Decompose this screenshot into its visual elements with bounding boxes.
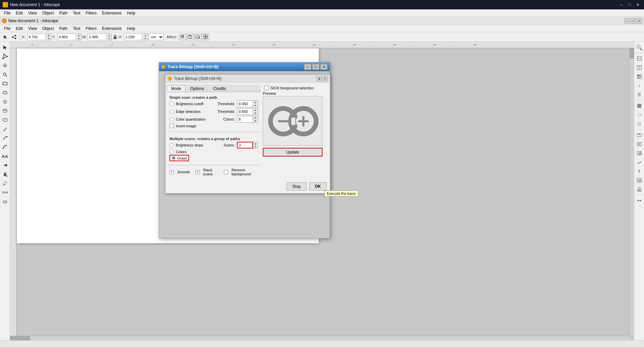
horizontal-scrollbar[interactable] <box>10 336 629 340</box>
scans-down[interactable]: ▼ <box>253 145 258 148</box>
unit-select[interactable]: cmmmpxin <box>149 34 164 40</box>
tool-spiral[interactable] <box>1 116 9 124</box>
checkbox-stack-scans[interactable] <box>195 170 200 174</box>
y-down[interactable]: ▼ <box>77 37 81 40</box>
menu-extensions[interactable]: Extensions <box>99 10 125 16</box>
h-up[interactable]: ▲ <box>143 34 148 37</box>
menu-path[interactable]: Path <box>57 10 70 16</box>
child-menu-extensions[interactable]: Extensions <box>99 26 125 32</box>
h-input[interactable] <box>124 34 142 40</box>
right-btn-12[interactable] <box>635 158 644 167</box>
right-zoom-btn[interactable]: 🔍 <box>635 43 644 52</box>
right-btn-15[interactable] <box>635 185 644 194</box>
tool-rect[interactable] <box>1 79 9 88</box>
y-up[interactable]: ▲ <box>77 34 81 37</box>
scans-up[interactable]: ▲ <box>253 142 258 145</box>
tool-gradient[interactable] <box>1 161 9 170</box>
threshold-1-input[interactable] <box>237 100 253 107</box>
tool-node[interactable] <box>1 52 9 61</box>
threshold-2-down[interactable]: ▼ <box>253 112 258 115</box>
inner-dialog-btn1[interactable]: ◈ <box>316 76 322 81</box>
stop-button[interactable]: Stop <box>287 182 306 190</box>
affect-btn-3[interactable] <box>194 34 202 40</box>
tool-star[interactable] <box>1 97 9 106</box>
right-btn-2[interactable] <box>635 63 644 72</box>
tool-fill[interactable] <box>1 170 9 179</box>
affect-btn-1[interactable] <box>179 34 186 40</box>
tool-tweak[interactable] <box>1 61 9 70</box>
tool-eraser[interactable] <box>1 197 9 206</box>
right-btn-13[interactable]: T <box>635 167 644 176</box>
affect-btn-4[interactable] <box>202 34 209 40</box>
child-menu-file[interactable]: File <box>1 26 13 32</box>
scrollbar-thumb-h[interactable] <box>10 336 30 340</box>
child-menu-help[interactable]: Help <box>125 26 138 32</box>
colors-up[interactable]: ▲ <box>253 116 258 119</box>
tab-credits[interactable]: Credits <box>209 85 230 92</box>
tool-pencil[interactable] <box>1 125 9 133</box>
y-input[interactable] <box>57 34 76 40</box>
threshold-2-input[interactable] <box>237 108 253 115</box>
checkbox-remove-bg[interactable] <box>224 170 228 174</box>
threshold-1-up[interactable]: ▲ <box>253 101 258 104</box>
close-button[interactable]: ✕ <box>634 2 641 8</box>
threshold-1-down[interactable]: ▼ <box>253 104 258 107</box>
tool-selector[interactable] <box>1 43 9 52</box>
child-menu-edit[interactable]: Edit <box>13 26 26 32</box>
tool-calligraphy[interactable] <box>1 143 9 151</box>
tool-zoom[interactable] <box>1 70 9 79</box>
x-up[interactable]: ▲ <box>46 34 51 37</box>
right-btn-6[interactable] <box>635 101 644 110</box>
checkbox-siox[interactable] <box>264 86 268 90</box>
select-tool-btn[interactable] <box>1 33 9 41</box>
scans-input[interactable] <box>237 142 253 148</box>
node-tool-btn[interactable] <box>10 33 18 41</box>
child-minimize-btn[interactable]: ─ <box>625 18 630 24</box>
colors-down[interactable]: ▼ <box>253 119 258 122</box>
menu-filters[interactable]: Filters <box>83 10 99 16</box>
tab-mode[interactable]: Mode <box>167 85 186 92</box>
child-menu-filters[interactable]: Filters <box>83 26 99 32</box>
w-up[interactable]: ▲ <box>107 34 111 37</box>
right-btn-10[interactable] <box>635 140 644 148</box>
right-btn-5[interactable]: ☰ <box>635 90 644 99</box>
radio-edge-detection[interactable] <box>169 110 174 114</box>
right-btn-14[interactable] <box>635 176 644 185</box>
inner-dialog-close[interactable]: ✕ <box>323 76 328 81</box>
x-input[interactable] <box>27 34 46 40</box>
menu-help[interactable]: Help <box>125 10 138 16</box>
checkbox-smooth[interactable] <box>169 170 174 174</box>
child-maximize-btn[interactable]: □ <box>631 18 636 24</box>
vertical-scrollbar[interactable] <box>629 48 634 336</box>
outer-dialog-maximize[interactable]: □ <box>312 64 319 70</box>
right-btn-3[interactable] <box>635 72 644 81</box>
tool-connector[interactable] <box>1 188 9 197</box>
radio-brightness-steps[interactable] <box>169 143 174 147</box>
w-input[interactable] <box>88 34 106 40</box>
right-btn-9[interactable] <box>635 131 644 139</box>
colors-input[interactable] <box>237 116 253 123</box>
radio-grays[interactable] <box>171 156 176 160</box>
right-btn-4[interactable]: ↕ <box>635 81 644 90</box>
menu-file[interactable]: File <box>1 10 13 16</box>
threshold-2-up[interactable]: ▲ <box>253 109 258 112</box>
outer-dialog-minimize[interactable]: ─ <box>304 64 311 70</box>
tool-ellipse[interactable] <box>1 88 9 97</box>
radio-colors[interactable] <box>169 149 174 154</box>
ok-button[interactable]: OK <box>309 182 327 190</box>
maximize-button[interactable]: □ <box>626 2 633 8</box>
tool-pen[interactable] <box>1 134 9 142</box>
menu-view[interactable]: View <box>26 10 40 16</box>
checkbox-invert-image[interactable] <box>169 124 174 128</box>
child-close-btn[interactable]: ✕ <box>637 18 642 24</box>
menu-object[interactable]: Object <box>40 10 57 16</box>
minimize-button[interactable]: ─ <box>618 2 625 8</box>
right-btn-1[interactable] <box>635 54 644 63</box>
tool-text[interactable]: A A <box>1 152 9 161</box>
right-btn-11[interactable] <box>635 149 644 158</box>
radio-brightness-cutoff[interactable] <box>169 102 174 106</box>
radio-color-quantization[interactable] <box>169 117 174 122</box>
right-btn-7[interactable] <box>635 111 644 119</box>
scrollbar-thumb-v[interactable] <box>630 48 634 58</box>
menu-edit[interactable]: Edit <box>13 10 26 16</box>
